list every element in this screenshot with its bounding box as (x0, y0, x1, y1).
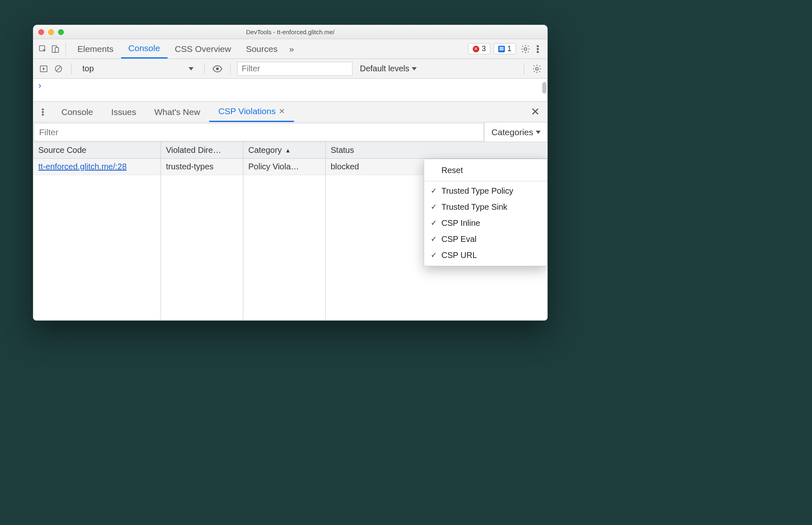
drawer-more-icon[interactable] (37, 106, 49, 118)
chevron-down-icon (189, 67, 194, 70)
titlebar: DevTools - tt-enforced.glitch.me/ (33, 25, 547, 39)
message-icon (498, 46, 505, 52)
drawer-tab-csp-violations[interactable]: CSP Violations ✕ (209, 102, 294, 122)
category-option[interactable]: Trusted Type Policy (424, 183, 547, 199)
window-title: DevTools - tt-enforced.glitch.me/ (33, 28, 547, 35)
col-source[interactable]: Source Code (33, 142, 161, 158)
tab-console[interactable]: Console (121, 39, 168, 59)
drawer-tab-label: CSP Violations (218, 106, 275, 116)
violations-filter-input[interactable] (34, 123, 484, 141)
drawer-tabstrip: Console Issues What's New CSP Violations… (33, 102, 547, 122)
svg-point-13 (42, 111, 43, 112)
zoom-window-button[interactable] (58, 29, 64, 35)
separator (204, 63, 205, 75)
svg-point-14 (42, 114, 43, 115)
clear-console-icon[interactable] (52, 63, 65, 75)
categories-menu: Reset Trusted Type Policy Trusted Type S… (424, 159, 547, 266)
svg-point-6 (537, 51, 539, 53)
console-output[interactable]: › (33, 79, 547, 102)
svg-point-12 (42, 108, 43, 110)
prompt-caret-icon: › (38, 80, 41, 91)
more-menu-icon[interactable] (532, 43, 544, 55)
col-category[interactable]: Category ▲ (243, 142, 326, 158)
categories-reset[interactable]: Reset (424, 162, 547, 179)
tab-sources[interactable]: Sources (238, 39, 285, 59)
categories-dropdown-button[interactable]: Categories (484, 122, 547, 142)
console-filter-input[interactable] (237, 62, 352, 76)
drawer-tab-console[interactable]: Console (52, 102, 102, 122)
console-settings-icon[interactable] (531, 63, 543, 75)
sort-asc-icon: ▲ (285, 147, 291, 154)
tabs-overflow-icon[interactable]: » (285, 39, 298, 59)
svg-line-9 (56, 66, 61, 71)
main-tabstrip: Elements Console CSS Overview Sources » … (33, 39, 547, 59)
log-levels-selector[interactable]: Default levels (360, 64, 417, 73)
table-header: Source Code Violated Dire… Category ▲ St… (33, 142, 547, 159)
inspect-element-icon[interactable] (37, 43, 49, 55)
separator (230, 63, 231, 75)
chevron-down-icon (412, 67, 417, 70)
chevron-down-icon (536, 131, 541, 134)
log-levels-label: Default levels (360, 64, 409, 73)
separator (65, 43, 66, 55)
drawer-tab-issues[interactable]: Issues (102, 102, 145, 122)
close-window-button[interactable] (38, 29, 44, 35)
col-directive[interactable]: Violated Dire… (161, 142, 243, 158)
minimize-window-button[interactable] (48, 29, 54, 35)
close-drawer-icon[interactable]: ✕ (527, 105, 544, 118)
devtools-window: DevTools - tt-enforced.glitch.me/ Elemen… (33, 25, 548, 321)
svg-point-10 (216, 67, 219, 70)
error-count: 3 (482, 45, 486, 53)
scrollbar-thumb[interactable] (542, 82, 546, 94)
category-option[interactable]: CSP URL (424, 247, 547, 263)
tab-css-overview[interactable]: CSS Overview (168, 39, 239, 59)
category-option[interactable]: Trusted Type Sink (424, 199, 547, 215)
error-count-badge[interactable]: ✕ 3 (468, 43, 490, 54)
sidebar-toggle-icon[interactable] (37, 63, 50, 75)
table-body: tt-enforced.glitch.me/:28 trusted-types … (33, 159, 547, 320)
menu-divider (424, 181, 547, 181)
console-toolbar: top Default levels (33, 59, 547, 79)
svg-point-5 (537, 48, 539, 50)
live-expression-icon[interactable] (211, 63, 224, 75)
svg-point-11 (536, 67, 538, 70)
svg-point-4 (537, 45, 539, 47)
settings-icon[interactable] (519, 43, 532, 55)
drawer-tab-whats-new[interactable]: What's New (145, 102, 209, 122)
category-option[interactable]: CSP Inline (424, 215, 547, 231)
violations-table: Source Code Violated Dire… Category ▲ St… (33, 142, 547, 320)
category-option[interactable]: CSP Eval (424, 231, 547, 247)
col-status[interactable]: Status (326, 142, 547, 158)
categories-label: Categories (491, 127, 533, 137)
device-toolbar-icon[interactable] (49, 43, 61, 55)
cell-category: Policy Viola… (243, 159, 326, 175)
cell-directive: trusted-types (161, 159, 243, 175)
svg-point-3 (524, 47, 527, 50)
close-tab-icon[interactable]: ✕ (279, 107, 285, 116)
error-icon: ✕ (473, 46, 479, 52)
separator (524, 63, 524, 75)
col-category-label: Category (248, 145, 282, 155)
context-selector[interactable]: top (78, 63, 198, 75)
svg-rect-2 (55, 47, 58, 52)
separator (71, 63, 72, 75)
message-count: 1 (507, 45, 511, 53)
cell-source[interactable]: tt-enforced.glitch.me/:28 (33, 159, 161, 175)
context-value: top (82, 64, 94, 73)
message-count-badge[interactable]: 1 (494, 43, 516, 54)
window-controls (38, 29, 64, 35)
tab-elements[interactable]: Elements (70, 39, 121, 59)
violations-toolbar: Categories (33, 122, 547, 142)
